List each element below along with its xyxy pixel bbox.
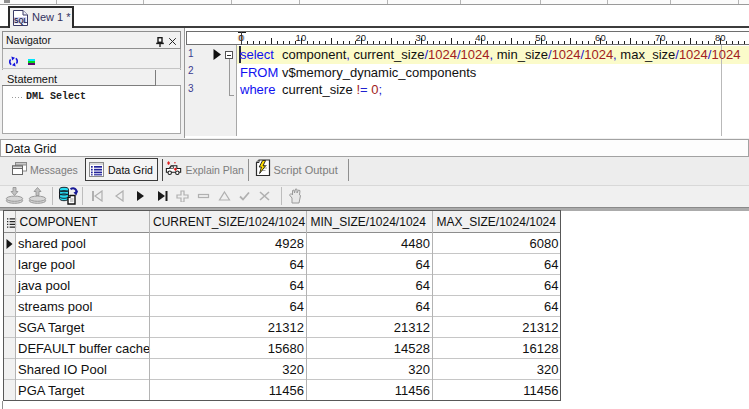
svg-text:SQL: SQL bbox=[14, 17, 28, 25]
